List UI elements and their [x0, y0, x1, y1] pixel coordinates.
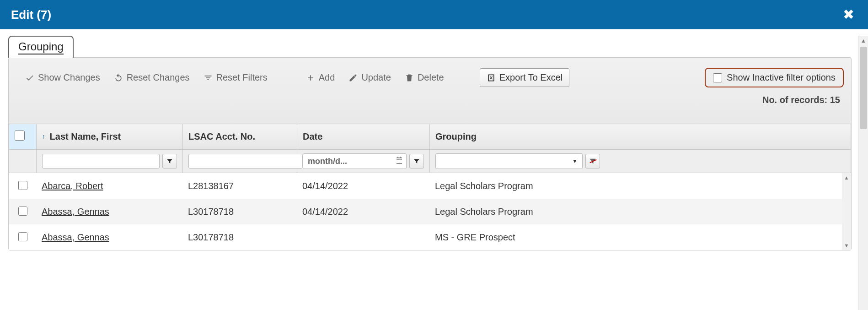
table-row: Abassa, Gennas L30178718 04/14/2022 Lega…: [9, 199, 851, 224]
row-checkbox[interactable]: [18, 207, 27, 216]
filter-grouping-cell: ▼: [430, 150, 851, 173]
excel-icon: [487, 73, 496, 82]
table-row: Abassa, Gennas L30178718 MS - GRE Prospe…: [9, 224, 851, 250]
name-link[interactable]: Abassa, Gennas: [42, 232, 109, 242]
tab-grouping[interactable]: Grouping: [8, 36, 74, 58]
grouping-cell: Legal Scholars Program: [429, 173, 851, 199]
scroll-down-icon[interactable]: ▼: [858, 306, 868, 310]
modal-header: Edit (7) ✖: [0, 0, 868, 29]
col-date-header[interactable]: Date: [297, 124, 430, 150]
scroll-up-icon[interactable]: ▲: [858, 36, 868, 46]
close-icon[interactable]: ✖: [840, 8, 857, 22]
scrollbar-inner[interactable]: ▲ ▼: [842, 173, 851, 250]
acct-cell: L30178718: [182, 199, 297, 224]
scroll-down-icon[interactable]: ▼: [842, 241, 851, 250]
filter-date-cell: month/d...: [297, 150, 430, 173]
select-all-checkbox[interactable]: [15, 131, 25, 141]
filter-name-cell: [37, 150, 183, 173]
show-changes-button[interactable]: Show Changes: [25, 72, 100, 83]
date-cell: 04/14/2022: [297, 199, 429, 224]
scroll-up-icon[interactable]: ▲: [842, 173, 851, 182]
trash-icon: [405, 73, 414, 82]
records-label: No. of records:: [762, 95, 830, 105]
col-name-label: Last Name, First: [50, 131, 121, 141]
date-cell: [297, 224, 429, 250]
chevron-down-icon: ▼: [572, 158, 578, 164]
update-label: Update: [361, 72, 391, 83]
filter-grouping-clear-button[interactable]: [585, 154, 600, 169]
funnel-clear-icon: [589, 157, 597, 165]
filter-date-placeholder: month/d...: [308, 157, 347, 166]
show-inactive-input[interactable]: [713, 73, 722, 82]
col-acct-label: LSAC Acct. No.: [188, 131, 255, 141]
col-date-label: Date: [303, 131, 322, 141]
row-checkbox[interactable]: [18, 232, 27, 241]
show-changes-label: Show Changes: [38, 72, 100, 83]
calendar-icon[interactable]: [395, 156, 403, 167]
date-cell: 04/14/2022: [297, 173, 429, 199]
filter-cb-cell: [9, 150, 37, 173]
scroll-thumb[interactable]: [860, 47, 867, 129]
export-excel-label: Export To Excel: [499, 72, 563, 83]
grid: ↑ Last Name, First LSAC Acct. No. Date: [9, 124, 851, 250]
add-label: Add: [319, 72, 335, 83]
name-link[interactable]: Abassa, Gennas: [42, 207, 109, 217]
export-excel-button[interactable]: Export To Excel: [480, 68, 570, 87]
reset-filters-label: Reset Filters: [216, 72, 268, 83]
filter-acct-cell: [183, 150, 297, 173]
show-inactive-checkbox[interactable]: Show Inactive filter options: [705, 68, 844, 87]
col-grouping-label: Grouping: [435, 131, 477, 141]
modal-title: Edit (7): [11, 8, 51, 22]
funnel-clear-icon: [204, 73, 213, 82]
name-link[interactable]: Abarca, Robert: [42, 181, 103, 191]
col-grouping-header[interactable]: Grouping: [430, 124, 851, 150]
undo-icon: [114, 73, 123, 82]
records-count: No. of records: 15: [9, 92, 851, 124]
col-acct-header[interactable]: LSAC Acct. No.: [183, 124, 297, 150]
sort-asc-icon: ↑: [42, 133, 45, 140]
add-button[interactable]: Add: [306, 72, 335, 83]
filter-row: month/d...: [9, 150, 851, 173]
grouping-cell: MS - GRE Prospect: [429, 224, 851, 250]
col-name-header[interactable]: ↑ Last Name, First: [37, 124, 183, 150]
update-button[interactable]: Update: [348, 72, 391, 83]
grid-table: ↑ Last Name, First LSAC Acct. No. Date: [9, 124, 851, 173]
tab-bar: Grouping: [8, 36, 852, 58]
show-inactive-label: Show Inactive filter options: [727, 72, 836, 83]
grouping-cell: Legal Scholars Program: [429, 199, 851, 224]
delete-button[interactable]: Delete: [405, 72, 444, 83]
edit-modal: Edit (7) ✖ ▲ ▼ Grouping Show Changes: [0, 0, 868, 310]
plus-icon: [306, 73, 315, 82]
acct-cell: L30178718: [182, 224, 297, 250]
funnel-icon: [166, 158, 173, 165]
delete-label: Delete: [418, 72, 444, 83]
filter-name-button[interactable]: [162, 154, 177, 169]
toolbar-panel: Show Changes Reset Changes Reset Filters…: [8, 57, 852, 250]
reset-filters-button[interactable]: Reset Filters: [204, 72, 268, 83]
row-checkbox[interactable]: [18, 181, 27, 190]
check-icon: [25, 73, 34, 82]
acct-cell: L28138167: [182, 173, 297, 199]
scrollbar-outer[interactable]: ▲ ▼: [858, 36, 868, 310]
pencil-icon: [348, 73, 358, 82]
reset-changes-button[interactable]: Reset Changes: [114, 72, 190, 83]
reset-changes-label: Reset Changes: [127, 72, 190, 83]
header-row: ↑ Last Name, First LSAC Acct. No. Date: [9, 124, 851, 150]
modal-body: Grouping Show Changes Reset Changes: [8, 36, 852, 250]
toolbar: Show Changes Reset Changes Reset Filters…: [9, 58, 851, 92]
modal-body-wrap: ▲ ▼ Grouping Show Changes: [0, 36, 868, 310]
filter-acct-input[interactable]: [188, 154, 303, 169]
filter-date-input[interactable]: month/d...: [303, 153, 407, 169]
filter-date-button[interactable]: [409, 154, 424, 169]
filter-name-input[interactable]: [42, 154, 160, 169]
tab-grouping-label: Grouping: [18, 40, 64, 54]
filter-grouping-dropdown[interactable]: ▼: [435, 153, 583, 169]
select-all-cell[interactable]: [9, 124, 37, 150]
table-row: Abarca, Robert L28138167 04/14/2022 Lega…: [9, 173, 851, 199]
records-value: 15: [830, 95, 840, 105]
grid-rows-viewport: Abarca, Robert L28138167 04/14/2022 Lega…: [9, 173, 851, 250]
funnel-icon: [413, 158, 420, 165]
grid-rows-table: Abarca, Robert L28138167 04/14/2022 Lega…: [9, 173, 851, 250]
